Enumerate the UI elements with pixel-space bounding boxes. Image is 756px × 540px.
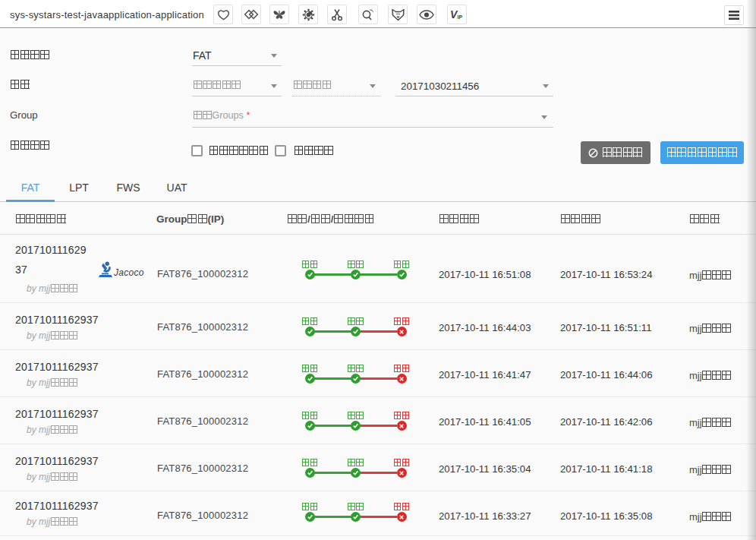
svg-text:IP: IP bbox=[458, 14, 463, 20]
